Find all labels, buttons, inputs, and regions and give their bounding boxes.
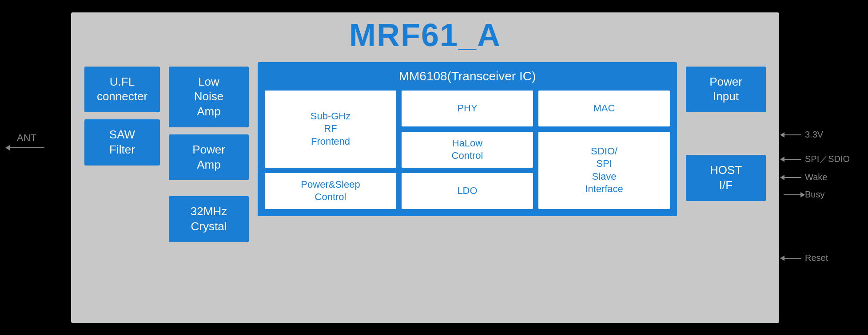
transceiver-ic-box: MM6108(Transceiver IC) Sub-GHz RF Fronte… xyxy=(258,62,677,217)
ant-arrow xyxy=(9,147,44,148)
arrow-reset xyxy=(784,258,801,259)
arrow-busy xyxy=(784,194,801,195)
signal-row-33v: 3.3V xyxy=(784,130,868,140)
main-board: MRF61_A U.FL connecter SAW Filter Low No… xyxy=(71,12,779,323)
arrow-wake xyxy=(784,177,801,178)
saw-filter-box: SAW Filter xyxy=(84,119,160,166)
signal-33v: 3.3V xyxy=(805,130,823,140)
page-wrapper: ANT MRF61_A U.FL connecter SAW Filter xyxy=(0,0,868,335)
phy-box: PHY xyxy=(402,91,533,126)
sdio-spi-box: SDIO/ SPI Slave Interface xyxy=(538,132,670,209)
power-input-box: Power Input xyxy=(686,67,766,113)
left-components-column: U.FL connecter SAW Filter xyxy=(84,62,160,166)
power-amp-box: Power Amp xyxy=(169,134,249,181)
right-column: Power Input HOST I/F xyxy=(686,62,766,201)
signal-row-busy: Busy xyxy=(784,189,868,200)
signal-spi: SPI／SDIO xyxy=(805,153,850,165)
board-title: MRF61_A xyxy=(84,12,766,62)
right-area: 3.3V SPI／SDIO Wake Busy Reset xyxy=(779,0,868,335)
ant-label: ANT xyxy=(17,132,36,144)
host-if-box: HOST I/F xyxy=(686,155,766,201)
ldo-box: LDO xyxy=(402,173,533,209)
signal-row-spi: SPI／SDIO xyxy=(784,153,868,165)
transceiver-grid: Sub-GHz RF Frontend PHY MAC xyxy=(265,91,670,209)
signal-row-reset: Reset xyxy=(784,253,868,263)
board-content: U.FL connecter SAW Filter Low Noise Amp … xyxy=(84,62,766,310)
signal-wake: Wake xyxy=(805,172,827,182)
signal-row-wake: Wake xyxy=(784,172,868,182)
sub-ghz-box: Sub-GHz RF Frontend xyxy=(265,91,396,168)
arrow-33v xyxy=(784,134,801,135)
mac-box: MAC xyxy=(538,91,670,126)
ufl-connector-box: U.FL connecter xyxy=(84,67,160,113)
power-sleep-box: Power&Sleep Control xyxy=(265,173,396,209)
ant-signal-area: ANT xyxy=(9,132,44,148)
arrow-spi xyxy=(784,159,801,160)
halow-control-box: HaLow Control xyxy=(402,132,533,168)
signal-busy: Busy xyxy=(805,189,824,200)
left-area: ANT xyxy=(0,0,71,335)
low-noise-amp-box: Low Noise Amp xyxy=(169,67,249,127)
crystal-box: 32MHz Crystal xyxy=(169,196,249,242)
amp-column: Low Noise Amp Power Amp 32MHz Crystal xyxy=(169,62,249,243)
signal-reset: Reset xyxy=(805,253,828,263)
transceiver-title: MM6108(Transceiver IC) xyxy=(265,69,670,83)
